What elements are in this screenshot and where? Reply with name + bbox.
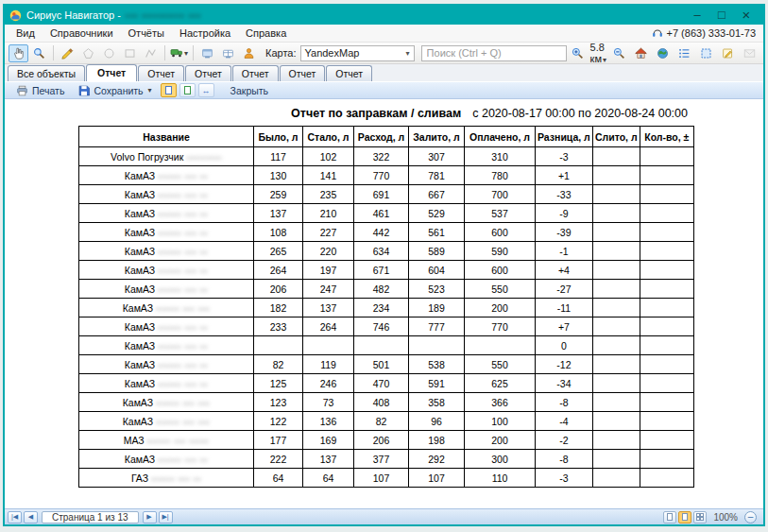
headset-icon (652, 27, 663, 39)
vehicle-name-cell: КамАЗ ▪▪▪▪▪▪ ▪▪▪ ▪▪ (79, 450, 254, 469)
vehicle-tool-button[interactable] (169, 44, 189, 62)
value-cell (592, 336, 640, 355)
polyline-tool-button[interactable] (141, 44, 161, 62)
vehicle-plate-redacted: ▪▪▪▪▪▪ ▪▪▪ ▪▪▪ (156, 418, 210, 427)
value-cell: -8 (536, 393, 593, 412)
prev-page-button[interactable] (24, 511, 38, 523)
menu-item-4[interactable]: Настройка (172, 26, 238, 41)
value-cell: 461 (354, 204, 409, 223)
rectangle-tool-button[interactable] (120, 44, 140, 62)
vehicle-name-cell: КамАЗ ▪▪▪▪▪▪ ▪▪▪ ▪▪▪ (79, 299, 254, 317)
tab-report-5[interactable]: Отчет (280, 65, 326, 81)
table-row: ГАЗ ▪▪▪▪▪▪ ▪▪▪ ▪▪6464107107110-3 (79, 469, 694, 488)
view-multi-page-button[interactable] (693, 511, 707, 523)
mail-button[interactable] (740, 44, 759, 62)
tab-report-3[interactable]: Отчет (185, 65, 231, 81)
zoom-level: 100% (713, 512, 738, 523)
print-label: Печать (32, 85, 64, 96)
tab-report-1[interactable]: Отчет (86, 64, 137, 81)
search-input[interactable] (421, 45, 567, 61)
report-header: Отчет по заправкам / сливамс 2020-08-17 … (78, 107, 688, 120)
pan-tool-button[interactable] (9, 44, 28, 62)
column-header: Стало, л (303, 127, 354, 147)
edit-note-button[interactable] (718, 44, 738, 62)
full-page-view-button[interactable] (179, 83, 196, 97)
menu-item-1[interactable]: Вид (9, 26, 43, 41)
value-cell: 130 (254, 166, 303, 185)
vehicle-name-cell: КамАЗ ▪▪▪▪▪▪ ▪▪▪ ▪▪ (79, 336, 254, 355)
value-cell (640, 336, 693, 355)
print-button[interactable]: Печать (10, 84, 70, 97)
close-button[interactable] (734, 7, 759, 25)
menu-item-3[interactable]: Отчёты (121, 26, 172, 41)
value-cell (592, 374, 640, 393)
circle-tool-button[interactable] (99, 44, 119, 62)
map-window-button[interactable] (197, 44, 217, 62)
polygon-tool-button[interactable] (78, 44, 98, 62)
tab-all-objects[interactable]: Все объекты (8, 65, 85, 81)
vehicle-plate-redacted: ▪▪▪▪▪▪ ▪▪▪ ▪▪ (158, 455, 208, 465)
table-row: КамАЗ ▪▪▪▪▪▪ ▪▪▪ ▪▪▪182137234189200-11 (79, 299, 694, 317)
last-page-button[interactable] (159, 511, 173, 523)
edit-map-button[interactable] (58, 44, 77, 62)
value-cell: 550 (465, 280, 536, 299)
selection-button[interactable] (696, 44, 716, 62)
tab-report-4[interactable]: Отчет (232, 65, 279, 81)
value-cell: 234 (354, 299, 409, 317)
next-page-button[interactable] (143, 511, 157, 523)
value-cell: 590 (465, 242, 536, 261)
table-window-button[interactable] (218, 44, 238, 62)
value-cell (640, 374, 693, 393)
save-button[interactable]: Сохранить (73, 84, 157, 97)
zoom-out-button[interactable] (609, 44, 629, 62)
first-page-button[interactable] (8, 511, 22, 523)
vehicle-plate-redacted: ▪▪▪▪▪▪ ▪▪▪ ▪▪ (158, 342, 208, 352)
maximize-button[interactable] (709, 7, 734, 24)
zoom-out-status-button[interactable] (744, 511, 757, 523)
zoom-out-icon (613, 47, 625, 60)
tab-report-2[interactable]: Отчет (138, 65, 184, 81)
scale-select[interactable]: 5.8 км (590, 42, 606, 64)
tab-report-6[interactable]: Отчет (326, 65, 372, 81)
value-cell (640, 469, 693, 488)
zoom-in-button[interactable] (568, 44, 588, 62)
single-page-view-button[interactable] (161, 83, 177, 97)
value-cell: -12 (536, 355, 593, 374)
value-cell: 600 (465, 261, 536, 280)
value-cell (640, 223, 693, 242)
objects-list-button[interactable] (674, 44, 694, 62)
vehicle-name: КамАЗ (125, 189, 155, 200)
globe-button[interactable] (653, 44, 673, 62)
home-button[interactable] (631, 44, 651, 62)
menu-item-2[interactable]: Справочники (43, 26, 121, 41)
column-header: Кол-во, ± (640, 127, 693, 147)
map-select[interactable]: YandexMap (300, 45, 415, 61)
vehicle-plate-redacted: ▪▪▪▪▪▪ ▪▪▪ ▪▪ (158, 248, 208, 257)
value-cell: -1 (536, 242, 593, 261)
vehicle-name-cell: КамАЗ ▪▪▪▪▪▪ ▪▪▪ ▪▪ (79, 204, 254, 223)
view-normal-button[interactable] (663, 511, 676, 523)
value-cell (640, 299, 693, 317)
value-cell: 107 (354, 469, 409, 488)
hand-icon (12, 47, 25, 60)
table-row: КамАЗ ▪▪▪▪▪▪ ▪▪▪ ▪▪265220634589590-1 (79, 242, 694, 261)
status-bar: Страница 1 из 13 100% (5, 508, 763, 524)
view-page-layout-button[interactable] (678, 511, 691, 523)
vehicle-name-cell: КамАЗ ▪▪▪▪▪▪ ▪▪▪ ▪▪▪ (79, 393, 254, 412)
report-period: с 2020-08-17 00:00 по 2020-08-24 00:00 (472, 107, 688, 120)
close-report-button[interactable]: Закрыть (225, 84, 274, 97)
report-title: Отчет по заправкам / сливам (291, 107, 461, 120)
window-title-redacted-company: ▪▪▪ ▪▪▪▪▪▪▪▪▪▪ ▪▪▪ (126, 10, 201, 21)
value-cell (592, 299, 640, 317)
zoom-tool-button[interactable] (29, 44, 49, 62)
vehicle-name-cell: КамАЗ ▪▪▪▪▪▪ ▪▪▪ ▪▪ (79, 317, 254, 336)
menu-item-5[interactable]: Справка (238, 26, 294, 41)
column-header: Расход, л (354, 127, 409, 147)
value-cell: 625 (465, 374, 536, 393)
table-row: КамАЗ ▪▪▪▪▪▪ ▪▪▪ ▪▪82119501538550-12 (79, 355, 694, 374)
minimize-button[interactable] (685, 7, 709, 24)
value-cell: 141 (303, 166, 354, 185)
table-row: КамАЗ ▪▪▪▪▪▪ ▪▪▪ ▪▪108227442561600-39 (79, 223, 694, 242)
fit-width-button[interactable] (198, 83, 214, 97)
staff-button[interactable] (239, 44, 259, 62)
